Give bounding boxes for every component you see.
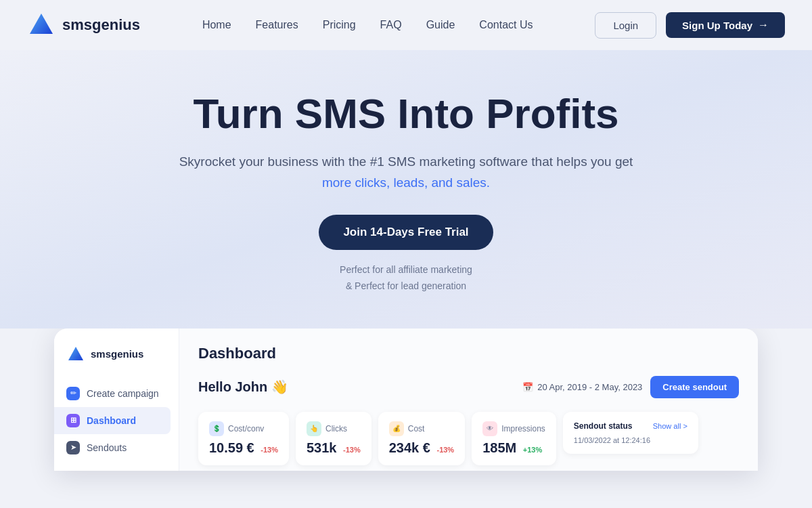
sendouts-icon: ➤ xyxy=(66,441,80,454)
hero-subtext: Skyrocket your business with the #1 SMS … xyxy=(176,152,636,193)
stat-label-cost-conv: 💲 Cost/conv xyxy=(209,421,278,436)
signup-arrow-icon: → xyxy=(758,19,769,31)
nav-pricing[interactable]: Pricing xyxy=(323,19,356,30)
dashboard-sidebar: smsgenius ✏ Create campaign ⊞ Dashboard … xyxy=(54,329,179,471)
hero-subtext-before: Skyrocket your business with the #1 SMS … xyxy=(179,154,633,169)
db-date-row: 📅 20 Apr, 2019 - 2 May, 2023 Create send… xyxy=(522,376,739,398)
nav-contact[interactable]: Contact Us xyxy=(479,19,533,30)
db-hello-row: Hello John 👋 📅 20 Apr, 2019 - 2 May, 202… xyxy=(198,376,739,398)
date-range-text: 20 Apr, 2019 - 2 May, 2023 xyxy=(537,382,642,392)
stat-label-cost: 💰 Cost xyxy=(389,421,454,436)
nav-faq[interactable]: FAQ xyxy=(380,19,402,30)
create-sendout-button[interactable]: Create sendout xyxy=(650,376,739,398)
nav-logo[interactable]: smsgenius xyxy=(27,11,140,39)
signup-label: Sign Up Today xyxy=(682,20,752,31)
sidebar-item-dashboard[interactable]: ⊞ Dashboard xyxy=(54,407,171,434)
stat-change-cost: -13% xyxy=(436,446,454,454)
db-logo: smsgenius xyxy=(54,345,179,380)
db-greeting: Hello John 👋 xyxy=(198,379,288,395)
svg-marker-1 xyxy=(68,347,83,360)
sendout-show-all[interactable]: Show all > xyxy=(653,422,687,430)
sidebar-item-sendouts[interactable]: ➤ Sendouts xyxy=(54,434,179,461)
db-logo-icon xyxy=(66,345,85,364)
stat-change-cost-conv: -13% xyxy=(261,446,278,454)
db-stats-row: 💲 Cost/conv 10.59 € -13% 👆 Clicks 531k -… xyxy=(198,412,739,465)
stat-change-clicks: -13% xyxy=(343,446,361,454)
sidebar-label-create-campaign: Create campaign xyxy=(87,388,159,399)
stat-cost-conv: 💲 Cost/conv 10.59 € -13% xyxy=(198,412,289,465)
hero-sub: Perfect for all affiliate marketing & Pe… xyxy=(14,262,798,295)
stat-value-cost: 234k € -13% xyxy=(389,440,454,456)
trial-button[interactable]: Join 14-Days Free Trial xyxy=(319,215,493,250)
sendout-status-card: Sendout status Show all > 11/03/2022 at … xyxy=(563,412,698,454)
stat-impressions: 👁 Impressions 185M +13% xyxy=(472,412,556,465)
dashboard-main: Dashboard Hello John 👋 📅 20 Apr, 2019 - … xyxy=(179,329,758,471)
stat-value-clicks: 531k -13% xyxy=(307,440,361,456)
stat-value-impressions: 185M +13% xyxy=(482,440,545,456)
nav-actions: Login Sign Up Today → xyxy=(595,12,785,39)
clicks-icon: 👆 xyxy=(307,421,321,436)
logo-icon xyxy=(27,11,55,39)
dashboard-preview: smsgenius ✏ Create campaign ⊞ Dashboard … xyxy=(54,329,758,471)
login-button[interactable]: Login xyxy=(595,12,656,39)
hero-highlight: more clicks, leads, and sales. xyxy=(322,175,490,190)
db-logo-text: smsgenius xyxy=(91,348,143,360)
cost-icon: 💰 xyxy=(389,421,404,436)
db-date: 📅 20 Apr, 2019 - 2 May, 2023 xyxy=(522,382,642,392)
db-header: Dashboard xyxy=(198,345,739,362)
dashboard-title: Dashboard xyxy=(198,345,276,362)
nav-links: Home Features Pricing FAQ Guide Contact … xyxy=(202,19,533,31)
stat-cost: 💰 Cost 234k € -13% xyxy=(378,412,465,465)
nav-home[interactable]: Home xyxy=(202,19,231,30)
sidebar-label-sendouts: Sendouts xyxy=(87,442,127,453)
stat-change-impressions: +13% xyxy=(523,446,542,454)
hero-sub1: Perfect for all affiliate marketing xyxy=(14,262,798,278)
signup-button[interactable]: Sign Up Today → xyxy=(666,12,785,38)
svg-marker-0 xyxy=(30,14,53,34)
sendout-status-row: 11/03/2022 at 12:24:16 xyxy=(574,436,687,444)
nav-guide[interactable]: Guide xyxy=(426,19,455,30)
stat-clicks: 👆 Clicks 531k -13% xyxy=(296,412,371,465)
calendar-icon: 📅 xyxy=(522,382,533,392)
hero-section: Turn SMS Into Profits Skyrocket your bus… xyxy=(0,50,812,329)
hero-sub2: & Perfect for lead generation xyxy=(14,278,798,295)
nav-features[interactable]: Features xyxy=(256,19,298,30)
brand-name: smsgenius xyxy=(62,16,140,34)
create-campaign-icon: ✏ xyxy=(66,387,80,400)
navbar: smsgenius Home Features Pricing FAQ Guid… xyxy=(0,0,812,50)
stat-label-impressions: 👁 Impressions xyxy=(482,421,545,436)
sidebar-item-create-campaign[interactable]: ✏ Create campaign xyxy=(54,380,179,407)
sendout-status-title: Sendout status xyxy=(574,421,633,431)
dashboard-icon: ⊞ xyxy=(66,414,80,427)
stat-label-clicks: 👆 Clicks xyxy=(307,421,361,436)
hero-heading: Turn SMS Into Profits xyxy=(14,91,798,137)
cost-conv-icon: 💲 xyxy=(209,421,224,436)
stat-value-cost-conv: 10.59 € -13% xyxy=(209,440,278,456)
sidebar-label-dashboard: Dashboard xyxy=(87,415,136,426)
sendout-status-header: Sendout status Show all > xyxy=(574,421,687,431)
impressions-icon: 👁 xyxy=(482,421,497,436)
